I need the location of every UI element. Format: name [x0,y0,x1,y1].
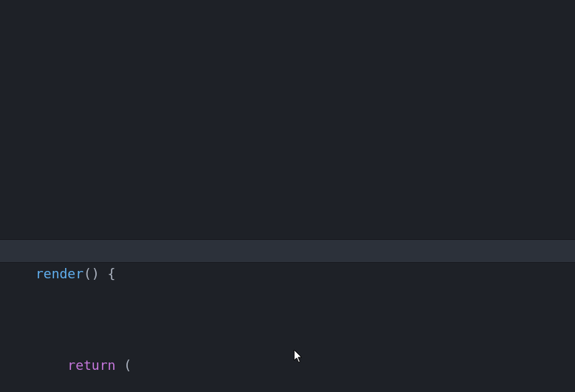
line-separator [0,239,575,240]
method-name: render [35,266,84,281]
paren: ( [115,357,132,373]
code-block[interactable]: render() { return ( <div className={s.ap… [0,183,575,392]
line-separator [0,262,575,263]
brace: { [100,266,116,281]
code-editor[interactable]: render() { return ( <div className={s.ap… [0,0,575,392]
code-line[interactable]: return ( [0,354,575,376]
keyword-return: return [67,357,115,373]
parens: () [84,266,100,281]
mouse-cursor-icon [293,350,304,363]
code-line[interactable]: render() { [0,252,575,285]
